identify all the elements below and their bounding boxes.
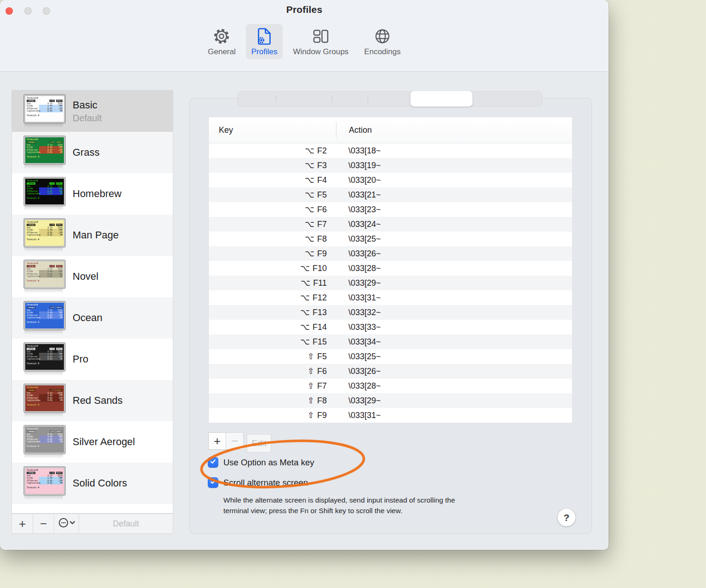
action-cell: \033[18~ — [336, 146, 381, 156]
action-cell: \033[34~ — [336, 337, 381, 347]
table-row[interactable]: ⌥F11 \033[29~ — [209, 276, 572, 290]
profile-thumbnail: Terminal# COMMAND %CPU RPRVT top4.1%231K… — [24, 384, 66, 417]
table-row[interactable]: ⌥F9 \033[26~ — [209, 246, 572, 261]
table-row[interactable]: ⌥F4 \033[20~ — [209, 173, 572, 187]
window-groups-icon — [312, 27, 330, 46]
key-cell: ⇧F5 — [209, 351, 336, 362]
table-row[interactable]: ⌥F2 \033[18~ — [209, 143, 572, 158]
toolbar-item-general[interactable]: General — [202, 24, 241, 59]
preferences-window: Profiles General — [0, 0, 609, 550]
tab[interactable] — [237, 91, 276, 107]
tab[interactable] — [276, 91, 332, 107]
toolbar: General Profiles — [0, 24, 609, 59]
key-cell: ⌥F14 — [209, 322, 336, 332]
action-cell: \033[31~ — [336, 411, 381, 420]
table-row[interactable]: ⇧F9 \033[31~ — [209, 408, 572, 423]
profile-list-footer: + − Default — [11, 514, 173, 534]
default-profile-button[interactable]: Default — [79, 514, 173, 533]
key-cell: ⌥F6 — [209, 204, 336, 215]
table-row[interactable]: ⇧F8 \033[29~ — [209, 393, 572, 408]
profile-name: Man Page — [73, 229, 119, 241]
profile-list-item[interactable]: Terminal# COMMAND %CPU RPRVT top4.1%231K… — [12, 463, 173, 504]
column-divider[interactable] — [336, 122, 336, 138]
profile-list-item[interactable]: Terminal# COMMAND %CPU RPRVT top4.1%231K… — [12, 421, 173, 463]
key-cell: ⇧F6 — [209, 366, 336, 376]
table-row[interactable]: ⇧F7 \033[28~ — [209, 379, 572, 393]
toolbar-item-label: General — [208, 47, 235, 57]
tab[interactable] — [332, 91, 368, 107]
globe-icon — [373, 27, 392, 46]
profile-thumbnail: Terminal# COMMAND %CPU RPRVT top4.1%231K… — [24, 177, 66, 210]
window-title: Profiles — [0, 4, 609, 15]
action-cell: \033[29~ — [336, 396, 381, 406]
profile-actions-menu-button[interactable] — [54, 514, 79, 533]
profile-document-icon — [256, 27, 273, 46]
action-cell: \033[32~ — [336, 308, 381, 317]
tab[interactable] — [473, 91, 542, 107]
tab[interactable] — [410, 91, 473, 107]
add-key-button[interactable]: + — [208, 432, 226, 450]
remove-key-button[interactable]: − — [226, 432, 244, 450]
table-row[interactable]: ⌥F6 \033[23~ — [209, 202, 572, 217]
key-cell: ⌥F8 — [209, 234, 336, 244]
profile-list-item[interactable]: Terminal# COMMAND %CPU RPRVT top4.1%231K… — [12, 339, 173, 380]
profile-name: Homebrew — [73, 188, 121, 200]
table-row[interactable]: ⌥F12 \033[31~ — [209, 290, 572, 305]
add-profile-button[interactable]: + — [12, 514, 33, 533]
thumbnail-reflection — [24, 248, 63, 252]
profile-list-item[interactable]: Terminal# COMMAND %CPU RPRVT top4.1%231K… — [12, 215, 173, 256]
profile-list: Terminal# COMMAND %CPU RPRVT top4.1%231K… — [11, 90, 173, 514]
profile-name: Grass — [73, 147, 100, 158]
action-cell: \033[19~ — [336, 161, 381, 170]
thumbnail-reflection — [24, 372, 63, 376]
table-row[interactable]: ⌥F10 \033[28~ — [209, 261, 572, 276]
profile-list-item[interactable]: Terminal# COMMAND %CPU RPRVT top4.1%231K… — [12, 380, 173, 421]
use-option-as-meta-key-checkbox[interactable] — [208, 457, 218, 468]
profile-list-item[interactable]: Terminal# COMMAND %CPU RPRVT top4.1%231K… — [12, 132, 173, 173]
column-header-key[interactable]: Key — [209, 125, 336, 135]
table-row[interactable]: ⌥F15 \033[34~ — [209, 334, 572, 349]
profile-name: Novel — [73, 271, 98, 283]
action-cell: \033[28~ — [336, 381, 381, 391]
edit-key-button[interactable]: Edit — [247, 434, 271, 452]
scroll-alternate-screen-row: Scroll alternate screen — [208, 477, 308, 488]
profile-list-item[interactable]: Terminal# COMMAND %CPU RPRVT top4.1%231K… — [12, 173, 173, 215]
toolbar-item-window-groups[interactable]: Window Groups — [287, 24, 354, 59]
profile-name: Solid Colors — [73, 477, 127, 489]
key-cell: ⌥F3 — [209, 160, 336, 170]
tab[interactable] — [368, 91, 410, 107]
table-header: Key Action — [209, 117, 572, 143]
remove-profile-button[interactable]: − — [33, 514, 54, 533]
modifier-key-icon: ⌥ — [305, 146, 314, 155]
action-cell: \033[21~ — [336, 190, 381, 200]
profile-list-item[interactable]: Terminal# COMMAND %CPU RPRVT top4.1%231K… — [12, 256, 173, 297]
toolbar-item-profiles[interactable]: Profiles — [246, 24, 283, 59]
scroll-alternate-screen-checkbox[interactable] — [208, 477, 218, 488]
table-row[interactable]: ⌥F5 \033[21~ — [209, 187, 572, 202]
profile-list-item[interactable]: Terminal# COMMAND %CPU RPRVT top4.1%231K… — [12, 90, 173, 132]
table-row[interactable]: ⌥F3 \033[19~ — [209, 158, 572, 173]
profile-thumbnail: Terminal# COMMAND %CPU RPRVT top4.1%231K… — [24, 219, 66, 252]
modifier-key-icon: ⌥ — [305, 175, 314, 185]
profile-subtitle: Default — [73, 113, 102, 124]
help-button[interactable]: ? — [558, 509, 575, 526]
modifier-key-icon: ⇧ — [307, 411, 314, 420]
table-row[interactable]: ⇧F6 \033[26~ — [209, 364, 572, 379]
profile-thumbnail: Terminal# COMMAND %CPU RPRVT top4.1%231K… — [24, 95, 66, 128]
table-body: ⌥F2 \033[18~ ⌥F3 \033[19~ ⌥F4 \033[20~ ⌥… — [209, 143, 572, 423]
table-row[interactable]: ⇧F5 \033[25~ — [209, 349, 572, 364]
action-cell: \033[20~ — [336, 175, 381, 185]
table-row[interactable]: ⌥F7 \033[24~ — [209, 217, 572, 232]
profile-list-item[interactable]: Terminal# COMMAND %CPU RPRVT top4.1%231K… — [12, 297, 173, 339]
table-row[interactable]: ⌥F14 \033[33~ — [209, 320, 572, 334]
table-row[interactable]: ⌥F13 \033[32~ — [209, 305, 572, 320]
checkmark-icon — [210, 458, 216, 467]
table-row[interactable]: ⌥F8 \033[25~ — [209, 232, 572, 246]
column-header-action[interactable]: Action — [336, 125, 372, 135]
action-cell: \033[23~ — [336, 205, 381, 215]
key-cell: ⇧F9 — [209, 410, 336, 420]
checkmark-icon — [210, 478, 216, 487]
toolbar-item-encodings[interactable]: Encodings — [359, 24, 406, 59]
modifier-key-icon: ⇧ — [307, 396, 314, 405]
thumbnail-reflection — [24, 454, 63, 458]
